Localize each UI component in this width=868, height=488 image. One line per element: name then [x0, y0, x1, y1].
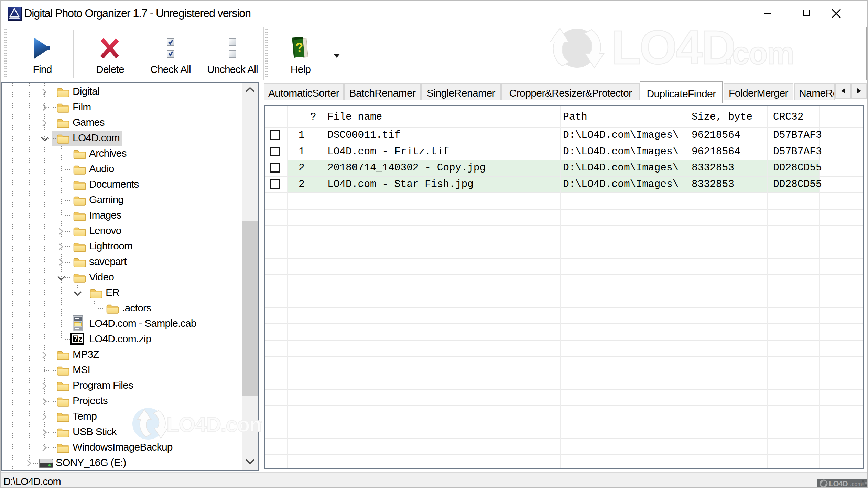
svg-text:.com: .com [850, 481, 862, 487]
svg-text:.com: .com [724, 36, 794, 70]
svg-text:LO4D.com: LO4D.com [166, 412, 262, 436]
svg-text:z: z [78, 335, 82, 343]
svg-text:7: 7 [74, 335, 78, 343]
svg-text:LO4D: LO4D [611, 23, 734, 74]
svg-text:LO4D: LO4D [829, 479, 848, 488]
svg-text:?: ? [295, 40, 304, 55]
